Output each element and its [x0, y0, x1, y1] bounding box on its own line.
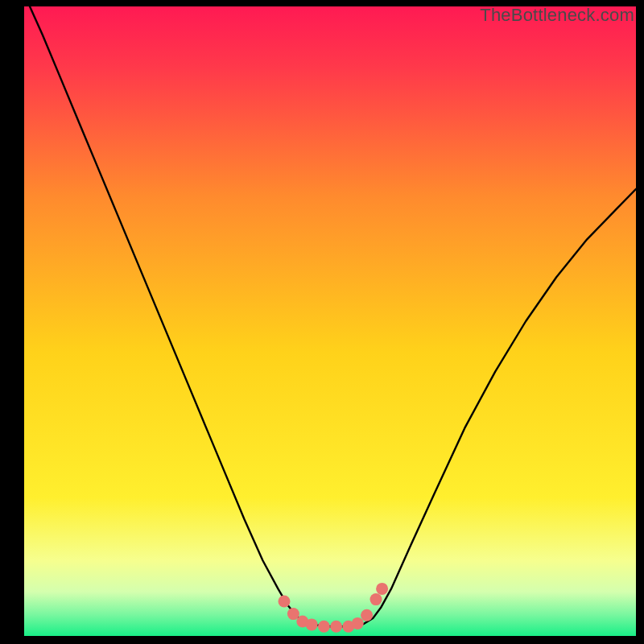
- marker-dot: [306, 618, 318, 630]
- marker-dot: [376, 583, 388, 595]
- marker-dot: [370, 593, 382, 605]
- marker-dot: [279, 596, 291, 608]
- gradient-background: [24, 6, 636, 636]
- marker-dot: [330, 621, 342, 633]
- marker-dot: [352, 617, 364, 630]
- marker-dot: [318, 621, 330, 633]
- marker-dot: [361, 609, 373, 621]
- watermark-label: TheBottleneck.com: [480, 5, 634, 26]
- chart-frame: TheBottleneck.com: [0, 0, 644, 644]
- bottleneck-chart: [24, 6, 636, 636]
